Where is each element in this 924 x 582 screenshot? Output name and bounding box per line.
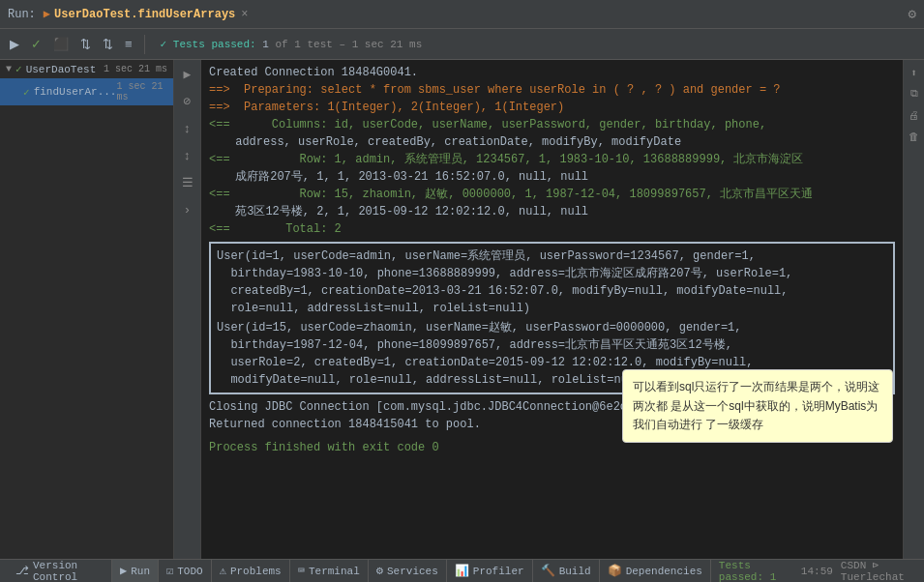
services-icon: ⚙ (376, 564, 383, 578)
play-icon: ▶ (120, 564, 127, 578)
expand-sidebar-icon[interactable]: ↕ (177, 145, 198, 166)
icon-sidebar: ▶ ⊘ ↕ ↕ ☰ › (174, 60, 201, 559)
profiler-tab[interactable]: 📊 Profiler (447, 560, 533, 582)
main-area: ▼ ✓ UserDaoTest 1 sec 21 ms ✓ findUserAr… (0, 60, 924, 559)
console-output: Created Connection 18484G0041. ==> Prepa… (201, 60, 903, 559)
git-icon: ⎇ (15, 564, 29, 578)
dependencies-tab[interactable]: 📦 Dependencies (600, 560, 711, 582)
stop-button[interactable]: ⬛ (49, 35, 73, 53)
run-label-status: Run (131, 566, 150, 577)
console-line: ==> Parameters: 1(Integer), 2(Integer), … (209, 99, 895, 116)
dependencies-label: Dependencies (626, 566, 702, 577)
test-suite-item[interactable]: ▼ ✓ UserDaoTest 1 sec 21 ms (0, 60, 173, 78)
test-suite-name: UserDaoTest (26, 64, 97, 75)
console-line: <== Row: 15, zhaomin, 赵敏, 0000000, 1, 19… (209, 186, 895, 203)
problems-tab[interactable]: ⚠ Problems (212, 560, 290, 582)
status-count: 1 (262, 39, 269, 50)
copy-icon[interactable]: ⧉ (906, 85, 923, 102)
version-control-tab[interactable]: ⎇ Version Control (8, 560, 112, 582)
terminal-label: Terminal (309, 566, 360, 577)
deps-icon: 📦 (608, 564, 622, 578)
result-line: User(id=1, userCode=admin, userName=系统管理… (217, 247, 887, 265)
console-line: Created Connection 18484G0041. (209, 64, 895, 81)
todo-tab[interactable]: ☑ TODO (159, 560, 212, 582)
terminal-tab[interactable]: ⌨ Terminal (290, 560, 369, 582)
expand-icon: ▼ (6, 64, 12, 74)
rerun-sidebar-icon[interactable]: ▶ (177, 64, 198, 85)
sort-alpha-button[interactable]: ⇅ (76, 35, 95, 53)
comment-text: 可以看到sql只运行了一次而结果是两个，说明这两次都 是从这一个sql中获取的，… (633, 380, 879, 430)
console-line: address, userRole, createdBy, creationDa… (209, 133, 895, 151)
build-icon: 🔨 (541, 564, 555, 578)
console-line: <== Columns: id, userCode, userName, use… (209, 116, 895, 133)
clear-icon[interactable]: 🗑 (906, 128, 923, 145)
console-line: ==> Preparing: select * from sbms_user w… (209, 81, 895, 99)
test-method-item[interactable]: ✓ findUserAr... 1 sec 21 ms (0, 78, 173, 105)
author-info: CSDN ⊳ Tuerlechat (841, 559, 916, 582)
list-icon[interactable]: ☰ (177, 172, 198, 193)
status-check: ✓ Tests passed: (161, 39, 263, 50)
build-label: Build (559, 566, 591, 577)
sort-duration-button[interactable]: ⇅ (99, 35, 117, 53)
profiler-label: Profiler (473, 566, 524, 577)
services-label: Services (387, 566, 438, 577)
profiler-icon: 📊 (455, 564, 469, 578)
tests-passed-count: Tests passed: 1 (711, 560, 801, 583)
terminal-icon: ⌨ (298, 564, 305, 578)
services-tab[interactable]: ⚙ Services (369, 560, 447, 582)
expand-button[interactable]: ≡ (121, 35, 136, 53)
top-bar: Run: ▶ UserDaoTest.findUserArrays × ⚙ (0, 0, 924, 29)
run-label: Run: (8, 8, 36, 21)
build-tab[interactable]: 🔨 Build (533, 560, 600, 582)
version-control-label: Version Control (33, 560, 104, 583)
test-suite-time: 1 sec 21 ms (104, 64, 167, 74)
chevron-right-icon[interactable]: › (177, 199, 198, 220)
todo-label: TODO (177, 566, 202, 577)
close-tab-button[interactable]: × (241, 8, 248, 21)
print-icon[interactable]: 🖨 (906, 106, 923, 124)
todo-icon: ☑ (166, 564, 173, 578)
console-line: <== Total: 2 (209, 220, 895, 238)
result-line: userRole=2, createdBy=1, creationDate=20… (217, 354, 887, 371)
test-status: ✓ Tests passed: 1 of 1 test – 1 sec 21 m… (161, 38, 423, 50)
run-icon: ▶ (44, 7, 50, 21)
console-line: 成府路207号, 1, 1, 2013-03-21 16:52:07.0, nu… (209, 168, 895, 186)
run-title: UserDaoTest.findUserArrays (54, 8, 235, 21)
status-right-info: 14:59 CSDN ⊳ Tuerlechat (801, 559, 916, 582)
time-info: 14:59 (801, 566, 833, 577)
result-line: User(id=15, userCode=zhaomin, userName=赵… (217, 319, 887, 336)
sort-sidebar-icon[interactable]: ↕ (177, 118, 198, 139)
rerun-failed-button[interactable]: ✓ (27, 35, 45, 53)
test-tree: ▼ ✓ UserDaoTest 1 sec 21 ms ✓ findUserAr… (0, 60, 174, 559)
rerun-button[interactable]: ▶ (6, 35, 23, 53)
comment-bubble: 可以看到sql只运行了一次而结果是两个，说明这两次都 是从这一个sql中获取的，… (622, 369, 893, 443)
console-line: 苑3区12号楼, 2, 1, 2015-09-12 12:02:12.0, nu… (209, 203, 895, 220)
result-line: createdBy=1, creationDate=2013-03-21 16:… (217, 282, 887, 300)
test-method-time: 1 sec 21 ms (116, 81, 167, 102)
settings-icon[interactable]: ⚙ (909, 6, 916, 22)
run-tab[interactable]: ▶ Run (112, 560, 159, 582)
toolbar: ▶ ✓ ⬛ ⇅ ⇅ ≡ ✓ Tests passed: 1 of 1 test … (0, 29, 924, 60)
result-line: birthday=1987-12-04, phone=18099897657, … (217, 336, 887, 354)
right-icon-bar: ⬆ ⧉ 🖨 🗑 (903, 60, 924, 559)
result-line: role=null, addressList=null, roleList=nu… (217, 300, 887, 317)
console-line: <== Row: 1, admin, 系统管理员, 1234567, 1, 19… (209, 151, 895, 168)
status-detail: of 1 test – 1 sec 21 ms (275, 39, 422, 50)
status-bar: ⎇ Version Control ▶ Run ☑ TODO ⚠ Problem… (0, 559, 924, 582)
warning-icon: ⚠ (220, 564, 226, 578)
toolbar-separator (144, 35, 145, 54)
check-icon: ✓ (15, 63, 22, 75)
problems-label: Problems (230, 566, 282, 577)
filter-icon[interactable]: ⊘ (177, 91, 198, 112)
check-icon: ✓ (23, 86, 30, 99)
scroll-up-icon[interactable]: ⬆ (906, 64, 923, 81)
result-line: birthday=1983-10-10, phone=13688889999, … (217, 265, 887, 282)
test-method-name: findUserAr... (34, 86, 117, 98)
